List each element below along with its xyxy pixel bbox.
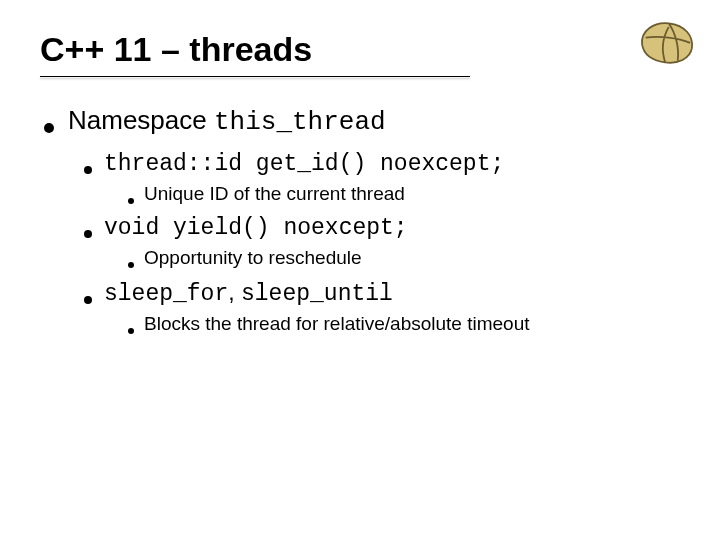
lvl3-text: Unique ID of the current thread <box>144 183 405 205</box>
lvl1-text: Namespace this_thread <box>68 105 386 137</box>
bullet-lvl2: sleep_for, sleep_until <box>84 279 680 307</box>
slide-title: C++ 11 – threads <box>40 30 680 75</box>
bullet-icon <box>44 123 54 133</box>
title-underline <box>40 76 470 77</box>
lvl2-code: void yield() noexcept; <box>104 215 408 241</box>
bullet-lvl3: Unique ID of the current thread <box>128 183 680 205</box>
bullet-lvl2: thread::id get_id() noexcept; <box>84 151 680 177</box>
bullet-icon <box>128 328 134 334</box>
bullet-lvl2: void yield() noexcept; <box>84 215 680 241</box>
bullet-icon <box>84 166 92 174</box>
lvl3-text: Opportunity to reschedule <box>144 247 362 269</box>
code-b: sleep_until <box>241 281 393 307</box>
code-a: sleep_for <box>104 281 228 307</box>
lvl2-code: thread::id get_id() noexcept; <box>104 151 504 177</box>
bullet-icon <box>84 230 92 238</box>
bullet-lvl1: Namespace this_thread <box>44 105 680 137</box>
bullet-icon <box>128 198 134 204</box>
title-block: C++ 11 – threads <box>40 30 680 75</box>
bullet-icon <box>84 296 92 304</box>
bullet-icon <box>128 262 134 268</box>
lvl1-code: this_thread <box>214 107 386 137</box>
sep: , <box>228 279 241 305</box>
bullet-lvl3: Opportunity to reschedule <box>128 247 680 269</box>
lvl3-text: Blocks the thread for relative/absolute … <box>144 313 529 335</box>
lvl2-mixed: sleep_for, sleep_until <box>104 279 393 307</box>
slide: C++ 11 – threads Namespace this_thread t… <box>0 0 720 540</box>
lvl1-prefix: Namespace <box>68 105 214 135</box>
bullet-lvl3: Blocks the thread for relative/absolute … <box>128 313 680 335</box>
